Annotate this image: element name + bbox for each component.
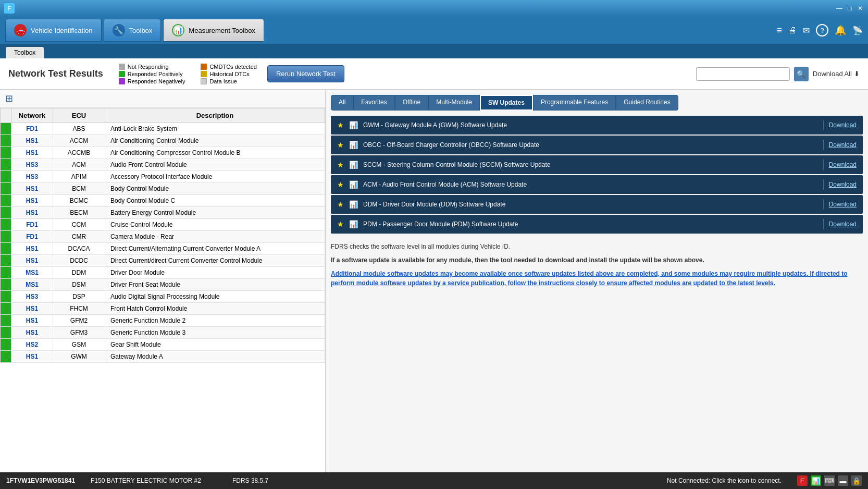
sw-row-name: GWM - Gateway Module A (GWM) Software Up… bbox=[363, 121, 818, 129]
table-row[interactable]: HS3APIMAccessory Protocol Interface Modu… bbox=[1, 171, 325, 183]
filter-tab-favorites[interactable]: Favorites bbox=[353, 95, 394, 111]
status-icon-green[interactable]: 📊 bbox=[811, 475, 821, 486]
sw-update-row[interactable]: ★ 📊 SCCM - Steering Column Control Modul… bbox=[331, 155, 863, 174]
table-row[interactable]: FD1CMRCamera Module - Rear bbox=[1, 231, 325, 243]
row-network: HS3 bbox=[11, 171, 53, 183]
sw-row-download-button[interactable]: Download bbox=[829, 201, 857, 208]
search-button[interactable]: 🔍 bbox=[794, 67, 809, 81]
table-row[interactable]: HS1GWMGateway Module A bbox=[1, 351, 325, 363]
sw-update-row[interactable]: ★ 📊 GWM - Gateway Module A (GWM) Softwar… bbox=[331, 116, 863, 135]
row-indicator bbox=[1, 135, 11, 147]
sw-row-divider bbox=[823, 199, 824, 210]
row-indicator bbox=[1, 123, 11, 135]
sw-row-download-button[interactable]: Download bbox=[829, 121, 857, 129]
table-row[interactable]: HS2GSMGear Shift Module bbox=[1, 339, 325, 351]
sw-row-download-button[interactable]: Download bbox=[829, 161, 857, 168]
filter-tab-all[interactable]: All bbox=[331, 95, 353, 111]
signal-icon[interactable]: 📡 bbox=[852, 26, 863, 35]
legend-historical: Historical DTCs bbox=[201, 71, 256, 77]
tab-measurement-toolbox[interactable]: 📊 Measurement Toolbox bbox=[163, 19, 264, 42]
sw-row-chart-icon: 📊 bbox=[349, 180, 358, 189]
download-all-button[interactable]: Download All ⬇ bbox=[813, 70, 860, 78]
legend-dot-orange bbox=[201, 64, 207, 70]
info-line3[interactable]: Additional module software updates may b… bbox=[331, 269, 863, 288]
table-row[interactable]: HS3ACMAudio Front Control Module bbox=[1, 159, 325, 171]
row-description: Audio Front Control Module bbox=[105, 159, 325, 171]
nav-tabs: 🚗 Vehicle Identification 🔧 Toolbox 📊 Mea… bbox=[0, 17, 868, 44]
row-description: Air Conditioning Control Module bbox=[105, 135, 325, 147]
table-row[interactable]: MS1DSMDriver Front Seat Module bbox=[1, 279, 325, 291]
title-bar-controls[interactable]: — □ ✕ bbox=[836, 5, 864, 12]
sw-update-row[interactable]: ★ 📊 ACM - Audio Front Control Module (AC… bbox=[331, 175, 863, 194]
row-description: Camera Module - Rear bbox=[105, 231, 325, 243]
table-row[interactable]: HS1BCMBody Control Module bbox=[1, 183, 325, 195]
row-ecu: GFM2 bbox=[53, 315, 105, 327]
sw-update-row[interactable]: ★ 📊 PDM - Passenger Door Module (PDM) So… bbox=[331, 215, 863, 234]
sw-row-chart-icon: 📊 bbox=[349, 200, 358, 209]
table-row[interactable]: HS1GFM2Generic Function Module 2 bbox=[1, 315, 325, 327]
sw-update-row[interactable]: ★ 📊 DDM - Driver Door Module (DDM) Softw… bbox=[331, 195, 863, 214]
filter-tab-guided[interactable]: Guided Routines bbox=[616, 95, 678, 111]
subtab-toolbox[interactable]: Toolbox bbox=[5, 46, 44, 58]
table-row[interactable]: FD1CCMCruise Control Module bbox=[1, 219, 325, 231]
table-row[interactable]: HS1GFM3Generic Function Module 3 bbox=[1, 327, 325, 339]
row-description: Front Hatch Control Module bbox=[105, 303, 325, 315]
sw-row-star[interactable]: ★ bbox=[337, 200, 344, 209]
search-input[interactable] bbox=[696, 67, 790, 81]
minimize-button[interactable]: — bbox=[836, 5, 843, 12]
legend-not-responding: Not Responding bbox=[119, 64, 185, 70]
row-indicator bbox=[1, 315, 11, 327]
row-description: Body Control Module bbox=[105, 183, 325, 195]
row-network: HS1 bbox=[11, 303, 53, 315]
tab-vehicle-identification[interactable]: 🚗 Vehicle Identification bbox=[5, 19, 102, 42]
sw-row-star[interactable]: ★ bbox=[337, 121, 344, 129]
sw-row-download-button[interactable]: Download bbox=[829, 181, 857, 188]
table-row[interactable]: HS3DSPAudio Digital Signal Processing Mo… bbox=[1, 291, 325, 303]
rerun-network-test-button[interactable]: Rerun Network Test bbox=[267, 65, 344, 82]
status-icon-bars[interactable]: ▬ bbox=[838, 475, 848, 486]
filter-tab-multi-module[interactable]: Multi-Module bbox=[428, 95, 480, 111]
body-split: ⊞ Network ECU Description FD1ABSAnti-Loc… bbox=[0, 90, 868, 472]
sw-row-download-button[interactable]: Download bbox=[829, 141, 857, 149]
maximize-button[interactable]: □ bbox=[846, 5, 853, 12]
filter-tab-offline[interactable]: Offline bbox=[395, 95, 428, 111]
table-row[interactable]: HS1ACCMAir Conditioning Control Module bbox=[1, 135, 325, 147]
table-row[interactable]: MS1DDMDriver Door Module bbox=[1, 267, 325, 279]
sw-row-name: SCCM - Steering Column Control Module (S… bbox=[363, 161, 818, 168]
table-row[interactable]: FD1ABSAnti-Lock Brake System bbox=[1, 123, 325, 135]
grid-view-icon[interactable]: ⊞ bbox=[5, 93, 13, 104]
table-row[interactable]: HS1BECMBattery Energy Control Module bbox=[1, 207, 325, 219]
sw-row-star[interactable]: ★ bbox=[337, 180, 344, 189]
hamburger-icon[interactable]: ≡ bbox=[776, 25, 782, 36]
table-row[interactable]: HS1FHCMFront Hatch Control Module bbox=[1, 303, 325, 315]
mail-icon[interactable]: ✉ bbox=[803, 26, 810, 35]
nav-right-icons: ≡ 🖨 ✉ ? 🔔 📡 bbox=[776, 24, 863, 36]
sw-row-star[interactable]: ★ bbox=[337, 161, 344, 169]
table-row[interactable]: HS1BCMCBody Control Module C bbox=[1, 195, 325, 207]
row-network: HS1 bbox=[11, 147, 53, 159]
row-indicator bbox=[1, 255, 11, 267]
filter-tab-programmable[interactable]: Programmable Features bbox=[533, 95, 616, 111]
print-icon[interactable]: 🖨 bbox=[788, 26, 797, 35]
row-network: HS2 bbox=[11, 339, 53, 351]
close-button[interactable]: ✕ bbox=[857, 5, 864, 12]
row-indicator bbox=[1, 351, 11, 363]
status-icon-red[interactable]: E bbox=[797, 475, 808, 486]
table-row[interactable]: HS1DCDCDirect Current/direct Current Con… bbox=[1, 255, 325, 267]
row-description: Direct Current/Alternating Current Conve… bbox=[105, 243, 325, 255]
legend-responded-positively: Responded Positively bbox=[119, 71, 185, 77]
status-icon-keyboard[interactable]: ⌨ bbox=[824, 475, 835, 486]
filter-tab-sw-updates[interactable]: SW Updates bbox=[480, 95, 533, 111]
bell-icon[interactable]: 🔔 bbox=[835, 25, 846, 36]
sw-update-row[interactable]: ★ 📊 OBCC - Off-Board Charger Controller … bbox=[331, 136, 863, 154]
sw-row-star[interactable]: ★ bbox=[337, 220, 344, 228]
help-icon[interactable]: ? bbox=[816, 24, 828, 36]
table-row[interactable]: HS1ACCMBAir Conditioning Compressor Cont… bbox=[1, 147, 325, 159]
sw-row-download-button[interactable]: Download bbox=[829, 221, 857, 228]
sw-row-chart-icon: 📊 bbox=[349, 141, 358, 149]
tab-toolbox[interactable]: 🔧 Toolbox bbox=[104, 19, 162, 42]
sw-row-star[interactable]: ★ bbox=[337, 141, 344, 149]
status-icon-lock[interactable]: 🔒 bbox=[851, 475, 862, 486]
table-row[interactable]: HS1DCACADirect Current/Alternating Curre… bbox=[1, 243, 325, 255]
status-vin: 1FTVW1EV3PWG51841 bbox=[6, 477, 75, 484]
